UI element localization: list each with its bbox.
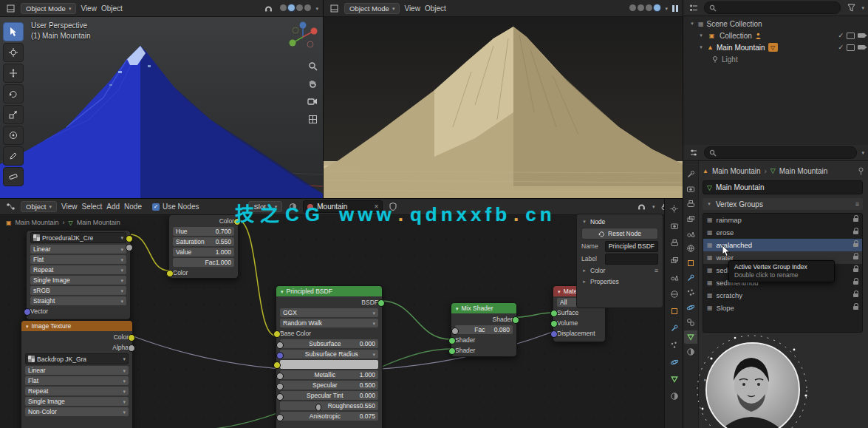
vertex-group-row[interactable]: ▦erose [703,226,862,239]
shading-rendered-icon[interactable] [304,4,311,11]
lock-icon[interactable] [853,281,858,285]
roughness-input-socket[interactable] [315,404,321,410]
mix-shader-node[interactable]: ▾ Mix Shader Shader Fac0.080 Shader Shad… [451,302,517,357]
tool-measure[interactable] [3,167,24,186]
color-output-socket[interactable] [128,334,135,342]
menu-add[interactable]: Add [106,203,120,211]
chevron-down-icon[interactable]: ▾ [315,6,318,11]
principled-bsdf-node[interactable]: ▾ Principled BSDF BSDF GGX▾ Random Walk▾… [276,285,383,428]
shader-type-dropdown[interactable]: Object▾ [21,201,57,212]
specular-tint-field[interactable]: Specular Tint0.000 [280,391,378,400]
tab-particles[interactable] [684,286,697,299]
bsdf-output-socket[interactable] [377,299,385,307]
hue-saturation-value-node[interactable]: Color Hue0.700 Saturation0.550 Value1.00… [168,214,239,279]
breadcrumb-data[interactable]: Main Mountain [779,167,828,175]
chevron-down-icon[interactable]: ▾ [861,150,864,155]
subsurface-radius-field[interactable]: Subsurface Radius▾ [280,350,378,359]
tool-annotate[interactable] [3,146,24,166]
color-space-dropdown[interactable]: Non-Color▾ [25,407,129,416]
lock-icon[interactable] [853,243,858,247]
collapse-caret-icon[interactable]: ▾ [456,306,459,311]
material-name-field[interactable]: Mountain × [303,200,383,213]
shader-input-socket[interactable] [448,337,456,344]
menu-icon[interactable]: ≡ [855,200,859,208]
fac-slider[interactable]: Fac1.000 [173,258,234,267]
outliner-editor-icon[interactable] [688,2,700,13]
monitor-icon[interactable] [847,44,855,51]
base-color-input-socket[interactable] [273,330,281,338]
checkbox-icon[interactable]: ✓ [838,44,844,51]
node-editor-icon[interactable] [4,201,16,212]
menu-object[interactable]: Object [425,4,446,13]
shading-rendered-icon[interactable] [654,4,660,11]
checkbox-icon[interactable]: ✓ [838,32,844,39]
tool-rotate[interactable] [3,84,24,103]
image-texture-node-2[interactable]: ▾ Image Texture Color Alpha Backdrop JK_… [21,320,133,428]
shading-solid-icon[interactable] [288,4,295,11]
tab-scene[interactable] [669,271,680,282]
outliner-row-main-mountain[interactable]: ▾ ▲ Main Mountain ▽ ✓ [683,41,868,53]
tab-view-layer[interactable] [684,212,697,225]
properties-search-input[interactable] [704,146,857,159]
tab-view-layer[interactable] [669,254,680,265]
tab-physics[interactable] [669,356,680,367]
pause-icon[interactable] [672,5,678,12]
chevron-down-icon[interactable]: ▾ [665,6,668,11]
node-label-field[interactable] [605,254,658,265]
lock-icon[interactable] [853,231,858,234]
specular-tint-input-socket[interactable] [276,393,284,401]
alpha-output-socket[interactable] [128,344,135,352]
material-slot-dropdown[interactable]: Slot 1▾ [248,201,282,212]
navigation-gizmo[interactable] [286,19,320,53]
reset-node-button[interactable]: Reset Node [581,228,658,240]
snap-magnet-icon[interactable] [636,201,648,212]
anisotropic-field[interactable]: Anisotropic0.075 [280,412,378,421]
properties-section-header[interactable]: ▸ Properties [581,277,658,286]
shading-wireframe-icon[interactable] [629,4,636,11]
mode-dropdown[interactable]: Object Mode▾ [344,3,400,14]
vertex-group-row[interactable]: ▦Slope [703,302,862,314]
editor-type-icon[interactable] [328,3,340,14]
image-datablock-field[interactable]: ProceduralJK_Cre ▾ [30,232,126,243]
metallic-field[interactable]: Metallic1.000 [280,370,378,379]
menu-icon[interactable]: ≡ [655,267,658,274]
browse-icon[interactable]: ▾ [123,356,126,361]
vertex-group-row[interactable]: ▦scratchy [703,289,862,302]
tab-scene[interactable] [684,227,697,240]
mode-dropdown[interactable]: Object Mode▾ [21,3,76,14]
shader-input-socket[interactable] [448,347,456,355]
tool-cursor[interactable] [3,43,24,62]
tab-object[interactable] [669,305,680,316]
use-nodes-checkbox[interactable]: ✓ Use Nodes [152,203,199,211]
zoom-icon[interactable] [307,61,318,72]
monitor-icon[interactable] [847,33,855,39]
snap-magnet-icon[interactable] [262,3,274,14]
menu-view[interactable]: View [61,203,78,211]
tab-output[interactable] [684,197,697,211]
displacement-input-socket[interactable] [550,330,558,338]
outliner-search-input[interactable] [704,1,841,14]
specular-input-socket[interactable] [276,383,284,390]
value-field[interactable]: Value1.000 [173,248,234,257]
tool-select[interactable] [3,22,24,41]
subsurface-color-swatch[interactable] [280,360,378,369]
menu-select[interactable]: Select [81,203,102,211]
interpolation-dropdown[interactable]: Linear▾ [25,366,129,375]
alpha-output-socket[interactable] [126,244,133,251]
tool-transform[interactable] [3,126,24,145]
image-datablock-field[interactable]: Backdrop JK_Gra ▾ [25,353,129,364]
menu-object[interactable]: Object [101,4,123,13]
distribution-dropdown[interactable]: GGX▾ [280,308,378,317]
extension-dropdown[interactable]: Repeat▾ [30,265,126,274]
breadcrumb-object[interactable]: Main Mountain [712,167,761,175]
tab-render[interactable] [684,183,697,196]
color-input-socket[interactable] [166,270,174,277]
chevron-down-icon[interactable]: ▾ [861,5,864,10]
tab-world[interactable] [684,242,697,255]
node-header[interactable]: ▾ Image Texture [21,321,132,331]
lock-icon[interactable] [853,306,858,310]
subsurface-color-input-socket[interactable] [273,361,281,369]
orthographic-grid-icon[interactable] [307,114,318,125]
tab-material[interactable] [669,390,680,401]
mesh-name-field[interactable]: ▽ Main Mountain [703,180,863,194]
